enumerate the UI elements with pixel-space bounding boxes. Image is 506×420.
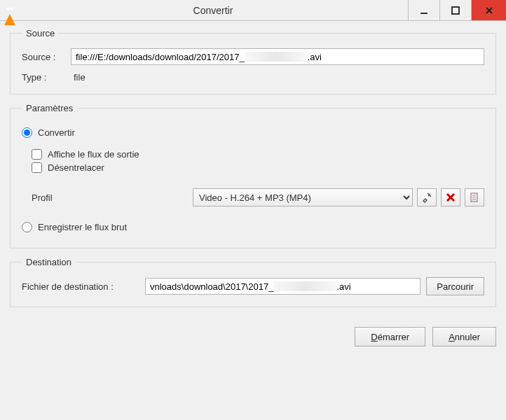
svg-rect-1: [452, 7, 459, 14]
source-value-prefix: file:///E:/downloads/download/2017/2017_: [76, 52, 245, 62]
show-output-label: Affiche le flux de sortie: [48, 149, 139, 160]
deinterlace-checkbox[interactable]: [32, 162, 42, 173]
start-button[interactable]: Démarrer: [355, 327, 425, 346]
source-value-suffix: .avi: [308, 52, 322, 62]
cancel-label-rest: nnuler: [455, 332, 480, 342]
deinterlace-label: Désentrelacer: [48, 162, 104, 173]
tools-icon: [421, 192, 432, 203]
source-legend: Source: [22, 28, 59, 38]
raw-radio[interactable]: [22, 222, 32, 232]
delete-icon: [445, 192, 456, 203]
window-title: Convertir: [18, 5, 408, 16]
source-group: Source Source : file:///E:/downloads/dow…: [10, 28, 496, 94]
convert-radio[interactable]: [22, 127, 32, 138]
source-label: Source :: [22, 52, 71, 62]
delete-profile-button[interactable]: [441, 188, 460, 206]
params-legend: Paramètres: [22, 103, 77, 113]
destination-legend: Destination: [22, 257, 76, 267]
new-profile-button[interactable]: [465, 188, 484, 206]
source-value-redacted: [245, 52, 308, 62]
destination-group: Destination Fichier de destination : vnl…: [10, 257, 496, 307]
maximize-button[interactable]: [439, 0, 471, 20]
vlc-icon: [4, 4, 18, 18]
convert-label: Convertir: [38, 127, 75, 138]
edit-profile-button[interactable]: [417, 188, 437, 206]
dest-value-redacted: [273, 281, 336, 291]
convert-radio-row: Convertir: [22, 127, 484, 138]
minimize-button[interactable]: [408, 0, 439, 20]
raw-radio-row: Enregistrer le flux brut: [22, 222, 484, 232]
start-label-rest: émarrer: [378, 332, 410, 342]
browse-button[interactable]: Parcourir: [426, 277, 484, 295]
params-group: Paramètres Convertir Affiche le flux de …: [10, 103, 496, 248]
close-button[interactable]: [471, 0, 506, 20]
dest-value-suffix: .avi: [336, 281, 350, 292]
new-profile-icon: [469, 192, 480, 203]
window-buttons: [408, 0, 506, 20]
dest-input[interactable]: vnloads\download\2017\2017_.avi: [145, 278, 420, 295]
dest-label: Fichier de destination :: [22, 281, 145, 292]
type-value: file: [74, 72, 86, 83]
raw-label: Enregistrer le flux brut: [38, 222, 127, 232]
cancel-button[interactable]: Annuler: [432, 327, 496, 346]
footer: Démarrer Annuler: [0, 323, 506, 351]
profile-select[interactable]: Video - H.264 + MP3 (MP4): [193, 188, 413, 206]
source-input[interactable]: file:///E:/downloads/download/2017/2017_…: [71, 48, 484, 65]
titlebar: Convertir: [0, 0, 506, 21]
show-output-checkbox[interactable]: [32, 149, 42, 160]
dest-value-prefix: vnloads\download\2017\2017_: [150, 281, 273, 292]
type-label: Type :: [22, 72, 71, 83]
profile-label: Profil: [32, 192, 193, 203]
